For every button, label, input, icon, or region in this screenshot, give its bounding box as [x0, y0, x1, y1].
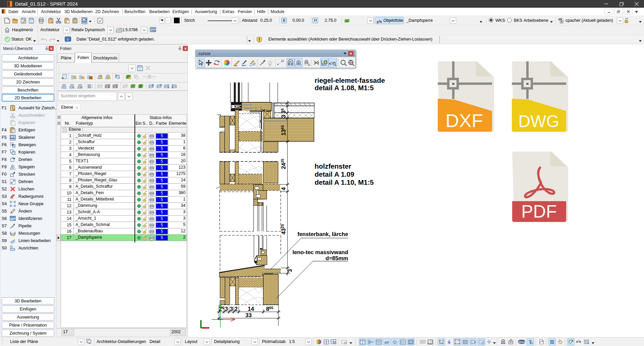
svg-text:riegel-elemet-fassade: riegel-elemet-fassade — [315, 76, 385, 84]
svg-text:2: 2 — [234, 306, 237, 312]
svg-text:DXF: DXF — [445, 110, 483, 131]
svg-text:PDF: PDF — [521, 201, 557, 221]
svg-text:3: 3 — [287, 269, 293, 272]
svg-text:3: 3 — [225, 306, 228, 312]
svg-text:33: 33 — [246, 312, 252, 319]
svg-text:i: i — [67, 37, 68, 41]
svg-text:14: 14 — [248, 306, 254, 312]
svg-text:865: 865 — [266, 306, 273, 312]
svg-text:detail A 1.10, M1:5: detail A 1.10, M1:5 — [315, 178, 374, 186]
svg-text:2425: 2425 — [280, 159, 287, 169]
svg-text:3: 3 — [230, 306, 233, 312]
svg-text:detail A 1.08, M1:5: detail A 1.08, M1:5 — [315, 84, 374, 92]
svg-text:fensterbank, lärche: fensterbank, lärche — [298, 231, 348, 237]
svg-text:DWG: DWG — [518, 112, 559, 131]
svg-text:d=85mm: d=85mm — [326, 255, 348, 261]
svg-text:holzfenster: holzfenster — [315, 162, 351, 170]
svg-text:detail A 1.09: detail A 1.09 — [315, 170, 354, 178]
svg-text:3: 3 — [280, 115, 287, 118]
svg-text:4: 4 — [280, 187, 287, 190]
svg-text:@xx: @xx — [519, 340, 525, 344]
svg-text:1:100: 1:100 — [116, 27, 122, 30]
svg-text:leno-tec massivwand: leno-tec massivwand — [292, 249, 348, 255]
svg-text:4325: 4325 — [280, 224, 287, 234]
